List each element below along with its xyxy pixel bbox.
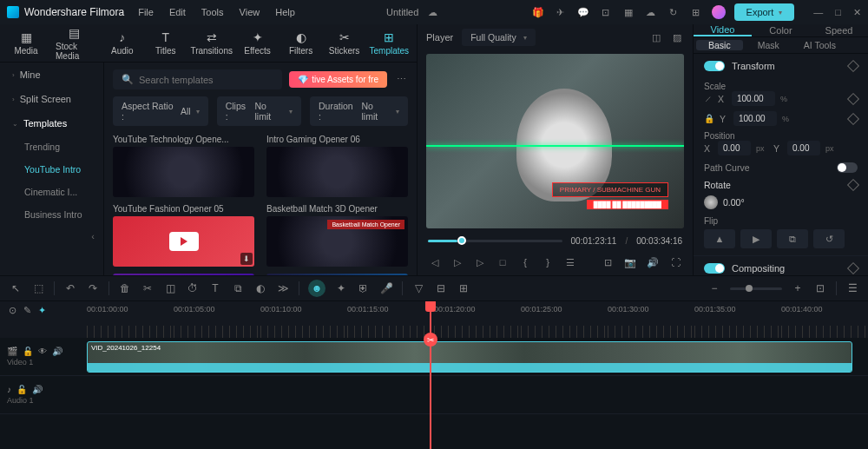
grid-icon[interactable]: ⊞ — [457, 281, 470, 295]
export-button[interactable]: Export▾ — [734, 3, 795, 21]
sidebar-sub-trending[interactable]: Trending — [0, 135, 103, 158]
tab-titles[interactable]: TTitles — [145, 27, 187, 59]
sidebar-item-split-screen[interactable]: ›Split Screen — [0, 87, 103, 111]
cloud-icon[interactable]: ☁ — [644, 5, 658, 19]
stop-button[interactable]: □ — [496, 255, 510, 269]
account-avatar[interactable] — [712, 5, 726, 19]
keyframe-icon[interactable] — [847, 60, 859, 72]
cloud-sync-icon[interactable]: ☁ — [425, 5, 439, 19]
prop-tab-video[interactable]: Video — [694, 24, 752, 36]
zoom-fit-icon[interactable]: ⊡ — [813, 281, 827, 295]
promo-badge[interactable]: 💎tive Assets for fre — [289, 71, 387, 88]
flip-reset-button[interactable]: ↺ — [813, 229, 845, 248]
prev-frame-button[interactable]: ◁ — [428, 255, 442, 269]
filter-clips[interactable]: Clips : No limit ▾ — [217, 96, 301, 126]
template-card[interactable]: YouTube Technology Opene... — [113, 135, 254, 197]
zoom-in-icon[interactable]: + — [791, 281, 805, 295]
sidebar-sub-business[interactable]: Business Intro — [0, 203, 103, 226]
monitor-icon[interactable]: ⊡ — [599, 5, 613, 19]
menu-view[interactable]: View — [240, 7, 260, 17]
track-icon[interactable]: ⊟ — [434, 281, 448, 295]
lock-icon[interactable]: ⟋ — [704, 94, 713, 103]
ai-tool-icon[interactable]: ☻ — [308, 280, 326, 297]
search-input[interactable] — [139, 75, 273, 85]
progress-bar[interactable] — [428, 240, 562, 242]
minimize-button[interactable]: — — [813, 7, 823, 18]
tab-stock-media[interactable]: ▤Stock Media — [49, 23, 100, 64]
crop-icon[interactable]: ◫ — [163, 281, 177, 295]
snapshot-icon[interactable]: ▨ — [670, 30, 684, 44]
send-icon[interactable]: ✈ — [554, 5, 568, 19]
quality-dropdown[interactable]: Full Quality▾ — [462, 29, 536, 46]
keyframe-icon[interactable] — [847, 179, 859, 191]
video-track-icon[interactable]: 🎬 — [7, 347, 17, 356]
close-button[interactable]: ✕ — [853, 7, 861, 18]
template-card[interactable]: YouTube Fashion Opener 05⬇ — [113, 204, 254, 267]
sidebar-item-templates[interactable]: ⌄Templates — [0, 111, 103, 135]
playhead[interactable] — [430, 301, 431, 449]
pointer-tool-icon[interactable]: ↖ — [9, 281, 23, 295]
play-button[interactable]: ▷ — [450, 255, 464, 269]
zoom-slider[interactable] — [730, 287, 782, 290]
keyframe-icon[interactable] — [847, 112, 859, 124]
filter-duration[interactable]: Duration : No limit ▾ — [310, 96, 408, 126]
sidebar-sub-youtube-intro[interactable]: YouTube Intro — [0, 158, 103, 181]
rotate-knob[interactable] — [704, 195, 718, 209]
maximize-button[interactable]: □ — [835, 7, 841, 18]
menu-tools[interactable]: Tools — [201, 7, 224, 17]
compare-icon[interactable]: ◫ — [649, 30, 663, 44]
undo-icon[interactable]: ↶ — [63, 281, 77, 295]
sidebar-item-mine[interactable]: ›Mine — [0, 63, 103, 87]
position-x-input[interactable] — [718, 141, 751, 155]
keyframe-icon[interactable] — [847, 262, 859, 274]
color-icon[interactable]: ◐ — [253, 281, 267, 295]
position-y-input[interactable] — [787, 141, 820, 155]
text-icon[interactable]: T — [208, 281, 222, 295]
cut-icon[interactable]: ✂ — [141, 281, 155, 295]
marker-edit-icon[interactable]: ✎ — [23, 305, 31, 316]
menu-edit[interactable]: Edit — [169, 7, 186, 17]
fullscreen-icon[interactable]: ⛶ — [668, 255, 682, 269]
compositing-toggle[interactable] — [704, 263, 725, 274]
audio-track-icon[interactable]: ♪ — [7, 385, 11, 394]
timeline-ruler[interactable]: ⊙ ✎ ✦ 00:01:00:00 00:01:05:00 00:01:10:0… — [0, 301, 868, 338]
next-frame-button[interactable]: ▷ — [473, 255, 487, 269]
tab-media[interactable]: ▦Media — [5, 27, 47, 59]
speed-icon[interactable]: ⏱ — [186, 281, 200, 295]
copy-icon[interactable]: ⧉ — [231, 281, 245, 295]
transform-toggle[interactable] — [704, 61, 725, 71]
cut-marker-icon[interactable]: ✂ — [424, 333, 437, 347]
select-tool-icon[interactable]: ⬚ — [31, 281, 45, 295]
sub-tab-basic[interactable]: Basic — [696, 40, 743, 50]
more-tools-icon[interactable]: ≫ — [276, 281, 290, 295]
lock-icon[interactable]: 🔒 — [704, 114, 714, 123]
keyframe-icon[interactable] — [847, 92, 859, 104]
search-box[interactable]: 🔍 — [113, 69, 282, 89]
sub-tab-ai-tools[interactable]: AI Tools — [792, 37, 848, 53]
media-icon[interactable]: ▦ — [621, 5, 635, 19]
marker-icon[interactable]: ▽ — [411, 281, 425, 295]
sub-tab-mask[interactable]: Mask — [746, 37, 792, 53]
template-card[interactable]: Basketball Match 3D OpenerBasketball Mat… — [266, 204, 408, 267]
menu-help[interactable]: Help — [275, 7, 295, 17]
scale-x-input[interactable] — [732, 91, 775, 106]
tab-filters[interactable]: ◐Filters — [280, 27, 322, 59]
tab-stickers[interactable]: ✂Stickers — [324, 27, 365, 59]
template-card[interactable]: GREAT_DAY — [113, 274, 254, 275]
display-icon[interactable]: ⊡ — [601, 255, 615, 269]
track-mute-icon[interactable]: 🔊 — [32, 385, 43, 394]
track-mute-icon[interactable]: 🔊 — [52, 347, 62, 356]
list-icon[interactable]: ☰ — [563, 255, 577, 269]
track-lock-icon[interactable]: 🔓 — [23, 347, 33, 356]
more-icon[interactable]: ⋯ — [394, 73, 408, 87]
prop-tab-speed[interactable]: Speed — [810, 24, 868, 36]
track-lock-icon[interactable]: 🔓 — [16, 385, 27, 394]
tab-transitions[interactable]: ⇄Transitions — [188, 27, 235, 59]
template-card[interactable]: GAME INTRO — [266, 274, 408, 275]
flip-vertical-button[interactable]: ▶ — [740, 229, 772, 248]
menu-file[interactable]: File — [138, 7, 154, 17]
shield-icon[interactable]: ⛨ — [357, 281, 371, 295]
marker-star-icon[interactable]: ✦ — [38, 305, 46, 316]
redo-icon[interactable]: ↷ — [86, 281, 100, 295]
gift-icon[interactable]: 🎁 — [531, 5, 545, 19]
